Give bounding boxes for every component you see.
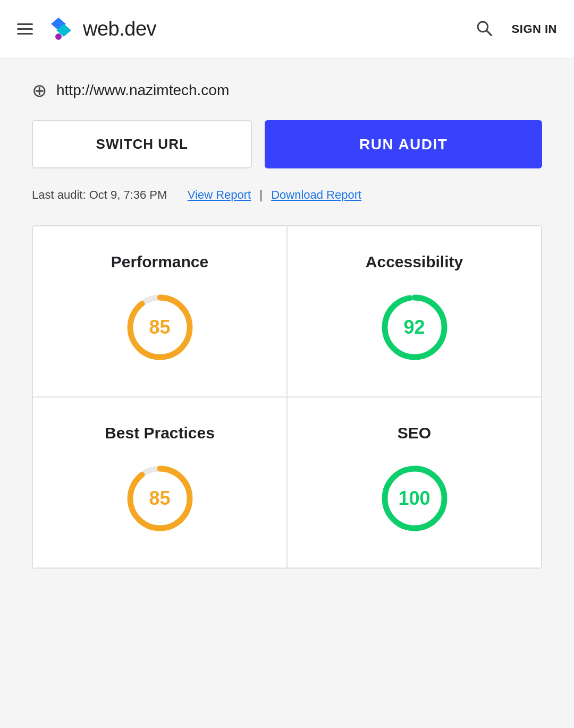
- url-display: http://www.nazimtech.com: [56, 82, 229, 99]
- score-cell-performance: Performance 85: [32, 226, 287, 397]
- score-value-best-practices: 85: [149, 487, 170, 510]
- score-label-seo: SEO: [398, 424, 431, 442]
- switch-url-button[interactable]: SWITCH URL: [32, 120, 252, 168]
- circle-score-performance: 85: [123, 290, 197, 365]
- score-value-accessibility: 92: [403, 316, 425, 338]
- svg-line-4: [486, 30, 491, 35]
- logo-text: web.dev: [83, 18, 156, 40]
- header-right: SIGN IN: [476, 20, 557, 39]
- pipe-separator: |: [259, 188, 263, 201]
- score-label-accessibility: Accessibility: [366, 253, 463, 271]
- score-cell-best-practices: Best Practices 85: [32, 397, 287, 568]
- audit-info: Last audit: Oct 9, 7:36 PM View Report |…: [32, 185, 542, 204]
- run-audit-button[interactable]: RUN AUDIT: [265, 120, 542, 168]
- circle-score-seo: 100: [377, 461, 452, 536]
- circle-score-best-practices: 85: [123, 461, 197, 536]
- score-value-seo: 100: [398, 487, 430, 510]
- score-cell-seo: SEO 100: [287, 397, 542, 568]
- circle-score-accessibility: 92: [377, 290, 452, 365]
- score-value-performance: 85: [149, 316, 170, 338]
- score-cell-accessibility: Accessibility 92: [287, 226, 542, 397]
- sign-in-button[interactable]: SIGN IN: [512, 22, 557, 36]
- score-label-best-practices: Best Practices: [105, 424, 215, 442]
- header: web.dev SIGN IN: [0, 0, 574, 58]
- content-area: ⊕ http://www.nazimtech.com SWITCH URL RU…: [0, 58, 574, 728]
- separator-space: [175, 188, 179, 201]
- svg-point-2: [55, 33, 62, 40]
- scores-grid: Performance 85 Accessibility 92 Best Pra…: [32, 225, 542, 569]
- menu-icon[interactable]: [17, 23, 33, 35]
- search-icon[interactable]: [476, 20, 493, 39]
- url-bar: ⊕ http://www.nazimtech.com: [32, 80, 542, 101]
- last-audit-text: Last audit: Oct 9, 7:36 PM: [32, 188, 167, 201]
- logo-icon: [48, 14, 75, 44]
- download-report-link[interactable]: Download Report: [271, 188, 361, 201]
- view-report-link[interactable]: View Report: [188, 188, 251, 201]
- action-buttons: SWITCH URL RUN AUDIT: [32, 120, 542, 168]
- logo: web.dev: [48, 14, 156, 44]
- score-label-performance: Performance: [111, 253, 208, 271]
- globe-icon: ⊕: [32, 80, 47, 101]
